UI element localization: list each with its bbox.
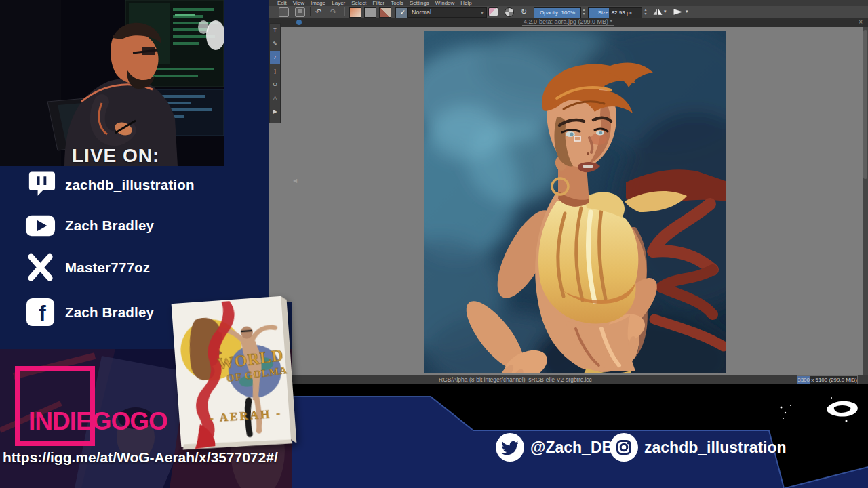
social-facebook: f Zach Bradley — [24, 296, 154, 328]
new-document-icon[interactable] — [279, 7, 289, 17]
twitch-icon — [24, 168, 56, 202]
save-icon[interactable] — [295, 7, 305, 17]
pattern-swatch[interactable] — [379, 7, 391, 18]
mirror-horizontal-icon[interactable] — [652, 7, 664, 16]
size-value: Size: 82.93 px — [598, 9, 633, 16]
menu-view[interactable]: View — [293, 0, 304, 6]
menu-edit[interactable]: Edit — [277, 0, 287, 6]
mirror-h-caret-icon[interactable]: ▾ — [664, 7, 667, 16]
vertical-scrollbar[interactable] — [863, 27, 868, 375]
twitter-icon — [495, 432, 525, 462]
svg-text:f: f — [39, 302, 46, 325]
canvas-area[interactable]: ◀ — [268, 27, 868, 375]
webcam-artist-view — [0, 0, 224, 166]
tool-polygon[interactable]: △ — [270, 92, 280, 105]
facebook-icon: f — [24, 296, 56, 328]
document-tab-bar: 4.2.0-beta: aora.jpg (299.0 MB) * × — [268, 18, 868, 28]
chevron-down-icon: ▾ — [481, 8, 484, 17]
mirror-vertical-icon[interactable] — [672, 7, 684, 16]
mirror-v-caret-icon[interactable]: ▾ — [686, 7, 688, 16]
mixer-handle: Master777oz — [65, 260, 150, 276]
indiegogo-logo: INDIEGOGO — [28, 407, 167, 436]
status-bar: RGB/Alpha (8-bit integer/channel) sRGB-e… — [268, 375, 868, 384]
mixer-icon — [24, 251, 56, 283]
menu-filter[interactable]: Filter — [372, 0, 384, 6]
footer-instagram: zachdb_illustration — [609, 432, 787, 462]
tool-calligraphy[interactable]: ✎ — [270, 37, 280, 51]
menu-settings[interactable]: Settings — [410, 0, 429, 6]
memory-amount: (299.0 MiB) — [827, 377, 857, 383]
main-toolbar: ↶ ↷ ✓ ▦ Normal ▾ ↻ Opacity: 100% ▴▾ — [268, 6, 868, 18]
book-cover: WORLD OF GOLMA - AERAH - — [172, 296, 297, 451]
document-tab[interactable]: 4.2.0-beta: aora.jpg (299.0 MB) * — [268, 18, 868, 25]
blending-mode-dropdown[interactable]: Normal ▾ — [407, 7, 487, 18]
bottom-banner: @Zach_DB zachdb_illustration — [292, 384, 868, 488]
scrollbar-thumb[interactable] — [863, 30, 867, 179]
social-twitch: zachdb_illustration — [24, 168, 195, 202]
menu-image[interactable]: Image — [311, 0, 326, 6]
social-mixer: Master777oz — [24, 251, 150, 283]
reload-preset-icon[interactable]: ↻ — [521, 7, 527, 16]
redo-icon[interactable]: ↷ — [330, 7, 336, 16]
instagram-icon — [609, 432, 639, 462]
campaign-url: https://igg.me/at/WoG-Aerah/x/3577072#/ — [3, 449, 278, 466]
twitter-handle: @Zach_DB — [530, 439, 613, 457]
gradient-swatch[interactable] — [349, 7, 361, 18]
footer-twitter: @Zach_DB — [495, 432, 613, 462]
menu-layer[interactable]: Layer — [332, 0, 345, 6]
facebook-handle: Zach Bradley — [65, 304, 154, 321]
opacity-spinner[interactable]: ▴▾ — [581, 7, 587, 16]
menu-window[interactable]: Window — [435, 0, 454, 6]
toolbar-separator — [310, 7, 311, 16]
menu-select[interactable]: Select — [351, 0, 366, 6]
menu-help[interactable]: Help — [460, 0, 471, 6]
tool-line-selected[interactable]: / — [270, 51, 280, 64]
stream-frame: Edit View Image Layer Select Filter Tool… — [0, 0, 868, 488]
painting-artwork — [424, 30, 726, 373]
menu-tools[interactable]: Tools — [391, 0, 403, 6]
live-on-label: LIVE ON: — [72, 145, 159, 167]
tool-select-arrow[interactable]: ▶ — [270, 105, 280, 119]
docker-collapse-icon[interactable]: ◀ — [293, 178, 297, 184]
undo-icon[interactable]: ↶ — [315, 7, 321, 16]
blending-mode-value: Normal — [412, 9, 431, 16]
preserve-alpha-icon[interactable] — [505, 7, 514, 17]
colorspace-status: RGB/Alpha (8-bit integer/channel) sRGB-e… — [439, 375, 592, 384]
krita-window: Edit View Image Layer Select Filter Tool… — [268, 0, 868, 384]
eraser-mode-icon[interactable] — [488, 7, 498, 16]
youtube-handle: Zach Bradley — [65, 218, 154, 234]
menu-bar: Edit View Image Layer Select Filter Tool… — [268, 0, 868, 6]
size-spinner[interactable]: ▴▾ — [643, 7, 648, 16]
tool-text[interactable]: T — [270, 24, 280, 37]
fill-swatch[interactable] — [364, 7, 376, 18]
close-document-icon[interactable]: × — [859, 18, 863, 26]
opacity-slider[interactable]: Opacity: 100% — [534, 7, 581, 18]
social-youtube: Zach Bradley — [24, 209, 154, 241]
brush-size-slider[interactable]: Size: 82.93 px — [588, 7, 642, 18]
toolbox-docker: T ✎ / ] O △ ▶ — [269, 23, 281, 123]
tool-ellipse[interactable]: O — [270, 78, 280, 92]
twitch-handle: zachdb_illustration — [65, 177, 195, 193]
opacity-value: Opacity: 100% — [540, 9, 575, 16]
instagram-handle: zachdb_illustration — [644, 439, 787, 457]
tool-rectangle[interactable]: ] — [270, 64, 280, 78]
toolbar-separator — [344, 7, 345, 16]
memory-usage-box: 3300 x 5100 (299.0 MiB) — [797, 375, 858, 384]
image-dimensions: 3300 x 5100 — [797, 377, 827, 383]
youtube-icon — [24, 209, 56, 241]
document-title: 4.2.0-beta: aora.jpg (299.0 MB) * — [522, 18, 614, 26]
